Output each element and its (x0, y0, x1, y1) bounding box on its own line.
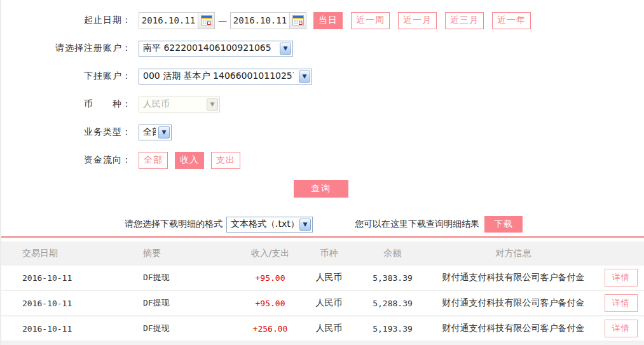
date-range-label: 起止日期： (0, 15, 132, 26)
chevron-down-icon: ▼ (280, 43, 291, 55)
cell-amount: +256.00 (238, 324, 302, 334)
download-format-select[interactable]: 文本格式（.txt） ▼ (226, 217, 313, 233)
header-counterparty: 对方信息 (429, 248, 598, 259)
table-row: 2016-10-11 DF提现 +95.00 人民币 5,288.39 财付通支… (0, 291, 644, 316)
calendar-icon (292, 15, 304, 25)
sub-account-label: 下挂账户： (0, 71, 132, 82)
header-summary: 摘要 (143, 248, 238, 259)
cell-date: 2016-10-11 (22, 299, 143, 308)
cell-amount: +95.00 (238, 299, 302, 308)
download-row: 请您选择下载明细的格式 文本格式（.txt） ▼ 您可以在这里下载查询明细结果 … (0, 216, 644, 233)
quick-range-year-button[interactable]: 近一年 (492, 12, 531, 29)
download-format-label: 请您选择下载明细的格式 (125, 219, 223, 230)
business-type-value: 全部 (143, 126, 156, 138)
date-range-row: 起止日期： 2016.10.11 — 2016.10.11 (0, 11, 644, 29)
header-balance: 余额 (356, 248, 429, 259)
page-left-border (0, 0, 1, 345)
detail-button[interactable]: 详情 (605, 320, 638, 337)
fund-flow-expense-button[interactable]: 支出 (211, 152, 240, 169)
cell-currency: 人民币 (302, 323, 356, 334)
quick-range-month-button[interactable]: 近一月 (398, 12, 437, 29)
end-date-calendar-button[interactable] (289, 13, 306, 29)
detail-button[interactable]: 详情 (605, 294, 638, 312)
cell-balance: 5,193.39 (356, 324, 429, 334)
sub-account-select[interactable]: 000 活期 基本户 1406600101102571848 ▼ (139, 69, 312, 85)
cell-counterparty: 财付通支付科技有限公司客户备付金 (429, 323, 598, 334)
cell-summary: DF提现 (143, 297, 238, 309)
query-button[interactable]: 查询 (294, 180, 348, 198)
registered-account-select[interactable]: 南平 6222001406100921065 灵通卡 ▼ (139, 41, 293, 57)
cell-currency: 人民币 (302, 297, 356, 309)
download-button[interactable]: 下载 (484, 216, 523, 233)
download-hint-text: 您可以在这里下载查询明细结果 (355, 219, 479, 230)
sub-account-value: 000 活期 基本户 1406600101102571848 (143, 71, 294, 82)
currency-value: 人民币 (143, 98, 202, 110)
header-amount: 收入/支出 (238, 248, 302, 259)
date-range-separator: — (218, 15, 227, 25)
cell-summary: DF提现 (143, 323, 238, 334)
cell-amount: +95.00 (238, 273, 302, 283)
quick-range-3months-button[interactable]: 近三月 (445, 12, 484, 29)
currency-select: 人民币 ▼ (139, 97, 220, 112)
chevron-down-icon: ▼ (299, 71, 310, 83)
fund-flow-income-button[interactable]: 收入 (175, 152, 204, 169)
cell-date: 2016-10-11 (22, 324, 143, 334)
header-date: 交易日期 (22, 248, 143, 259)
start-date-calendar-button[interactable] (198, 13, 214, 29)
registered-account-row: 请选择注册账户： 南平 6222001406100921065 灵通卡 ▼ (0, 39, 644, 57)
section-divider-line (0, 236, 644, 238)
cell-balance: 5,383.39 (356, 273, 429, 283)
registered-account-value: 南平 6222001406100921065 灵通卡 (143, 43, 275, 54)
cell-counterparty: 财付通支付科技有限公司客户备付金 (429, 272, 598, 283)
bottom-separator-strip (0, 342, 644, 345)
download-format-value: 文本格式（.txt） (231, 219, 294, 230)
header-currency: 币种 (302, 248, 356, 259)
quick-range-today-button[interactable]: 当日 (313, 12, 343, 29)
cell-date: 2016-10-11 (22, 273, 143, 283)
currency-row: 币 种： 人民币 ▼ (0, 95, 644, 113)
cell-counterparty: 财付通支付科技有限公司客户备付金 (429, 297, 598, 309)
business-type-select[interactable]: 全部 ▼ (139, 125, 172, 140)
table-row: 2016-10-11 DF提现 +95.00 人民币 5,383.39 财付通支… (0, 266, 644, 291)
fund-flow-all-button[interactable]: 全部 (139, 152, 168, 169)
start-date-value[interactable]: 2016.10.11 (139, 15, 198, 25)
cell-summary: DF提现 (143, 272, 238, 283)
end-date-input[interactable]: 2016.10.11 (230, 12, 306, 29)
business-type-row: 业务类型： 全部 ▼ (0, 123, 644, 141)
fund-flow-label: 资金流向： (0, 154, 132, 166)
end-date-value[interactable]: 2016.10.11 (231, 15, 289, 25)
currency-label: 币 种： (0, 98, 132, 110)
query-form: 起止日期： 2016.10.11 — 2016.10.11 (0, 0, 644, 198)
sub-account-row: 下挂账户： 000 活期 基本户 1406600101102571848 ▼ (0, 67, 644, 85)
table-row: 2016-10-11 DF提现 +256.00 人民币 5,193.39 财付通… (0, 316, 644, 342)
business-type-label: 业务类型： (0, 126, 132, 138)
start-date-input[interactable]: 2016.10.11 (139, 12, 215, 29)
fund-flow-row: 资金流向： 全部 收入 支出 (0, 151, 644, 169)
registered-account-label: 请选择注册账户： (0, 43, 132, 54)
cell-balance: 5,288.39 (356, 299, 429, 308)
cell-currency: 人民币 (302, 272, 356, 283)
chevron-down-icon: ▼ (299, 219, 311, 231)
calendar-icon (201, 15, 212, 25)
table-header-row: 交易日期 摘要 收入/支出 币种 余额 对方信息 (0, 241, 644, 266)
quick-range-week-button[interactable]: 近一周 (351, 12, 390, 29)
chevron-down-icon: ▼ (207, 98, 218, 111)
chevron-down-icon: ▼ (158, 126, 170, 139)
detail-button[interactable]: 详情 (605, 269, 638, 287)
